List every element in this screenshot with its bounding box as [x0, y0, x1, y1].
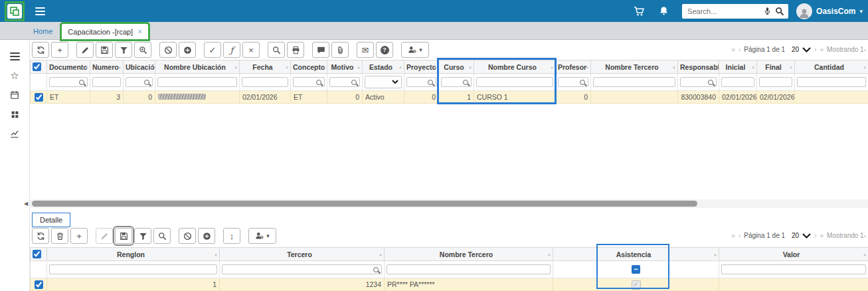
sidebar-calendar-icon[interactable]: [10, 90, 19, 100]
detail-user-settings-dropdown[interactable]: ▾: [248, 228, 276, 244]
detail-resize-button[interactable]: ↕: [223, 228, 240, 244]
asistencia-filter-checkbox[interactable]: −: [632, 265, 640, 274]
function-button[interactable]: ƒ: [223, 42, 240, 58]
filter-button[interactable]: [115, 42, 132, 58]
sort-icon[interactable]: ▲: [84, 65, 88, 69]
pagination-first-button[interactable]: «: [731, 232, 735, 239]
comments-button[interactable]: [312, 42, 329, 58]
approve-button[interactable]: ✓: [204, 42, 221, 58]
detail-add-circle-button[interactable]: [198, 228, 215, 244]
sort-icon[interactable]: ▲: [672, 65, 676, 69]
page-size-caret-icon[interactable]: [802, 47, 811, 52]
home-link[interactable]: Home: [33, 27, 58, 39]
column-header-proyecto[interactable]: Proyecto▲: [404, 60, 439, 74]
column-header-nombre-curso[interactable]: Nombre Curso▲: [474, 60, 556, 74]
column-header-inicial[interactable]: Inicial▲: [719, 60, 757, 74]
lookup-icon[interactable]: [708, 80, 713, 85]
lookup-icon[interactable]: [79, 80, 84, 85]
sort-icon[interactable]: ▲: [379, 252, 383, 256]
column-header-asistencia[interactable]: Asistencia▲: [553, 248, 719, 261]
tab-capacitacion[interactable]: Capacitacion -[rcap] ×: [62, 24, 148, 39]
sort-icon[interactable]: ▲: [357, 65, 361, 69]
lookup-icon[interactable]: [428, 80, 433, 85]
detail-row-select-checkbox[interactable]: [35, 280, 43, 289]
sort-icon[interactable]: ▲: [285, 65, 289, 69]
sidebar-reports-icon[interactable]: [10, 128, 19, 139]
detail-refresh-button[interactable]: [32, 228, 49, 244]
sort-icon[interactable]: ▲: [398, 65, 402, 69]
horizontal-scrollbar[interactable]: [30, 199, 868, 208]
lookup-icon[interactable]: [316, 80, 321, 85]
close-record-button[interactable]: ×: [242, 42, 260, 58]
send-mail-button[interactable]: ✉: [357, 42, 374, 58]
filter-renglon-input[interactable]: [49, 264, 217, 274]
cancel-button[interactable]: [159, 42, 177, 58]
user-menu[interactable]: OasisCom ▾: [796, 3, 863, 19]
print-button[interactable]: [287, 42, 304, 58]
cell-tercero[interactable]: 1234: [220, 278, 385, 291]
filter-nombre-ubicacion-input[interactable]: [157, 77, 237, 87]
column-header-curso[interactable]: Curso▲: [439, 60, 474, 74]
help-button[interactable]: ?: [376, 42, 393, 58]
sort-icon[interactable]: ▲: [751, 65, 755, 69]
mic-icon[interactable]: [763, 7, 772, 15]
sort-icon[interactable]: ▲: [118, 65, 122, 69]
filter-detail-nombre-tercero-input[interactable]: [387, 264, 551, 274]
sort-icon[interactable]: ▲: [149, 65, 153, 69]
filter-numero-input[interactable]: [92, 77, 121, 87]
column-header-responsable[interactable]: Responsable▲: [678, 60, 719, 74]
add-circle-button[interactable]: [179, 42, 196, 58]
search-input[interactable]: [686, 7, 760, 16]
detail-add-button[interactable]: +: [70, 228, 88, 244]
lookup-icon[interactable]: [373, 267, 379, 272]
sort-icon[interactable]: ▲: [585, 65, 589, 69]
sort-icon[interactable]: ▲: [321, 65, 325, 69]
add-button[interactable]: +: [51, 42, 68, 58]
search-records-button[interactable]: [268, 42, 285, 58]
detail-save-button[interactable]: [115, 228, 132, 244]
detail-filter-button[interactable]: [134, 228, 151, 244]
master-data-row[interactable]: ET 3 0 02/01/2026 ET 0 Activo 0 1 CURSO …: [31, 91, 868, 104]
search-icon[interactable]: [775, 7, 784, 16]
filter-final-input[interactable]: [759, 77, 792, 87]
scrollbar-thumb[interactable]: [32, 201, 697, 207]
lookup-icon[interactable]: [144, 80, 149, 85]
column-header-nombre-ubicacion[interactable]: Nombre Ubicación▲: [155, 60, 240, 74]
pagination-last-button[interactable]: »: [820, 232, 824, 239]
column-header-estado[interactable]: Estado▲: [363, 60, 404, 74]
scroll-left-icon[interactable]: ◀: [24, 201, 28, 207]
column-header-nombre-tercero[interactable]: Nombre Tercero▲: [591, 60, 678, 74]
cell-profesor[interactable]: 0: [556, 91, 591, 104]
pagination-first-button[interactable]: «: [731, 46, 735, 53]
tab-detalle[interactable]: Detalle: [32, 213, 70, 227]
column-header-nombre-tercero[interactable]: Nombre Tercero▲: [385, 248, 553, 261]
filter-nombre-tercero-input[interactable]: [593, 77, 675, 87]
detail-cancel-button[interactable]: [179, 228, 196, 244]
detail-edit-button[interactable]: [96, 228, 113, 244]
save-button[interactable]: [96, 42, 113, 58]
pagination-prev-button[interactable]: ‹: [738, 232, 740, 239]
user-settings-dropdown[interactable]: ▾: [401, 42, 429, 58]
pagination-last-button[interactable]: »: [820, 46, 824, 53]
filter-valor-input[interactable]: [721, 264, 866, 274]
refresh-button[interactable]: [32, 42, 49, 58]
detail-search-button[interactable]: [153, 228, 171, 244]
filter-tercero-input[interactable]: [222, 264, 382, 274]
filter-estado-select[interactable]: [365, 76, 402, 88]
column-header-final[interactable]: Final▲: [757, 60, 795, 74]
column-header-tercero[interactable]: Tercero▲: [220, 248, 385, 261]
column-header-motivo[interactable]: Motivo▲: [327, 60, 363, 74]
pagination-prev-button[interactable]: ‹: [738, 46, 740, 53]
filter-inicial-input[interactable]: [721, 77, 754, 87]
filter-nombre-curso-input[interactable]: [476, 77, 553, 87]
sort-icon[interactable]: ▲: [863, 65, 867, 69]
column-header-cantidad[interactable]: Cantidad▲: [795, 60, 868, 74]
cell-numero[interactable]: 3: [90, 91, 124, 104]
column-header-fecha[interactable]: Fecha▲: [240, 60, 291, 74]
filter-fecha-input[interactable]: [242, 77, 288, 87]
select-all-checkbox[interactable]: [33, 62, 41, 71]
sidebar-favorites-icon[interactable]: ☆: [10, 70, 19, 81]
sort-icon[interactable]: ▲: [468, 65, 472, 69]
column-header-profesor[interactable]: Profesor▲: [556, 60, 591, 74]
sort-icon[interactable]: ▲: [713, 65, 717, 69]
